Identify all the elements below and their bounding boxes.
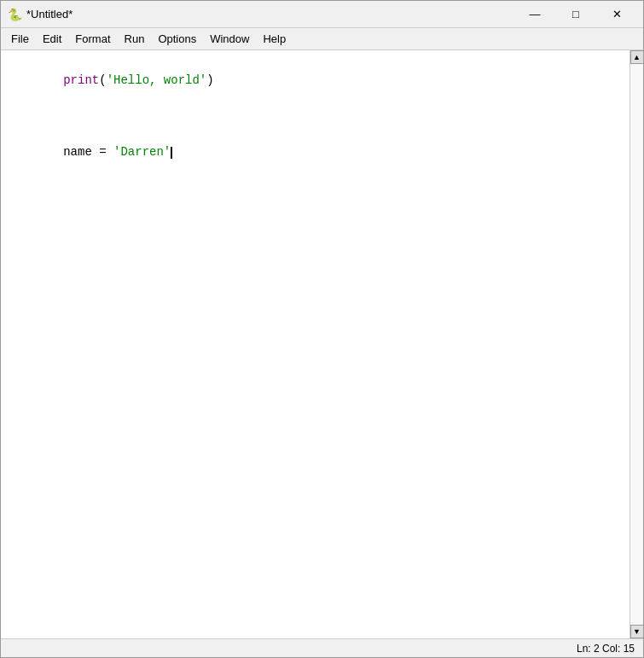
- menu-options[interactable]: Options: [151, 28, 203, 49]
- title-bar-controls: — □ ✕: [515, 3, 636, 26]
- code-var-name: name: [63, 145, 92, 159]
- code-string-1: 'Hello, world': [107, 73, 207, 87]
- scrollbar-vertical[interactable]: ▲ ▼: [629, 50, 643, 638]
- app-icon: 🐍: [8, 8, 21, 21]
- menu-run[interactable]: Run: [118, 28, 152, 49]
- scroll-track[interactable]: [630, 64, 643, 625]
- code-line-2: name = 'Darren': [6, 125, 624, 179]
- scroll-up-button[interactable]: ▲: [630, 50, 644, 64]
- menu-bar: File Edit Format Run Options Window Help: [1, 28, 643, 50]
- scroll-down-button[interactable]: ▼: [630, 625, 644, 638]
- editor-area: print('Hello, world') name = 'Darren' ▲ …: [1, 50, 643, 638]
- status-bar: Ln: 2 Col: 15: [1, 638, 643, 657]
- menu-edit[interactable]: Edit: [36, 28, 68, 49]
- code-editor[interactable]: print('Hello, world') name = 'Darren': [1, 50, 629, 638]
- minimize-button[interactable]: —: [515, 3, 554, 26]
- title-bar-left: 🐍 *Untitled*: [8, 8, 73, 21]
- menu-format[interactable]: Format: [68, 28, 117, 49]
- code-string-2: 'Darren': [113, 145, 171, 159]
- title-bar: 🐍 *Untitled* — □ ✕: [1, 1, 643, 28]
- close-button[interactable]: ✕: [597, 3, 636, 26]
- window: 🐍 *Untitled* — □ ✕ File Edit Format Run …: [0, 0, 644, 658]
- cursor: [171, 147, 172, 159]
- window-title: *Untitled*: [26, 8, 73, 20]
- menu-file[interactable]: File: [4, 28, 36, 49]
- code-keyword-print: print: [63, 73, 99, 87]
- menu-help[interactable]: Help: [256, 28, 293, 49]
- menu-window[interactable]: Window: [203, 28, 256, 49]
- code-line-1: print('Hello, world'): [6, 54, 624, 108]
- maximize-button[interactable]: □: [556, 3, 595, 26]
- cursor-position: Ln: 2 Col: 15: [577, 643, 635, 655]
